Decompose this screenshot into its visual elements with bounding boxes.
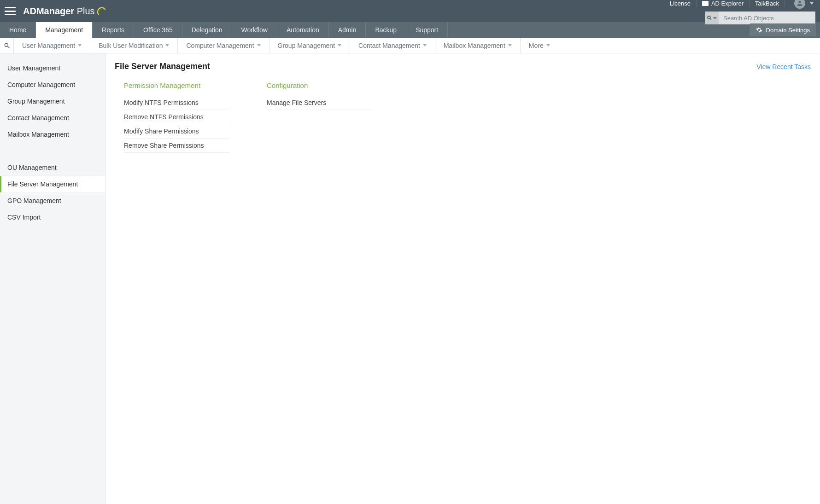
- subnav-mailbox-management[interactable]: Mailbox Management: [435, 38, 521, 53]
- brand-light: Plus: [77, 6, 95, 17]
- sub-nav: User Management Bulk User Modification C…: [0, 38, 820, 53]
- subnav-label: Contact Management: [358, 42, 420, 49]
- subnav-user-management[interactable]: User Management: [14, 38, 90, 53]
- section-title: Permission Management: [124, 81, 230, 89]
- brand-bold: ADManager: [23, 6, 74, 17]
- link-remove-share-permissions[interactable]: Remove Share Permissions: [124, 139, 230, 153]
- subnav-label: User Management: [22, 42, 75, 49]
- subnav-label: Mailbox Management: [444, 42, 505, 49]
- subnav-label: Bulk User Modification: [99, 42, 163, 49]
- nav-tab-workflow[interactable]: Workflow: [232, 22, 277, 38]
- talkback-link[interactable]: TalkBack: [750, 0, 785, 7]
- link-manage-file-servers[interactable]: Manage File Servers: [267, 96, 373, 110]
- chevron-down-icon: [423, 44, 427, 46]
- sidebar-item-computer-management[interactable]: Computer Management: [0, 76, 105, 93]
- search-icon[interactable]: [705, 12, 719, 24]
- domain-settings-button[interactable]: Domain Settings: [750, 23, 816, 36]
- nav-tab-home[interactable]: Home: [0, 22, 36, 38]
- subnav-group-management[interactable]: Group Management: [269, 38, 351, 53]
- subnav-label: Group Management: [278, 42, 335, 49]
- chevron-down-icon: [810, 2, 814, 5]
- section-configuration: Configuration Manage File Servers: [267, 81, 373, 153]
- nav-tab-reports[interactable]: Reports: [93, 22, 134, 38]
- sidebar-item-file-server-management[interactable]: File Server Management: [0, 176, 105, 192]
- main-content: File Server Management View Recent Tasks…: [105, 53, 820, 504]
- ad-explorer-link[interactable]: AD Explorer: [697, 0, 750, 7]
- nav-tab-backup[interactable]: Backup: [366, 22, 406, 38]
- main-nav: Home Management Reports Office 365 Deleg…: [0, 22, 820, 38]
- subnav-contact-management[interactable]: Contact Management: [350, 38, 435, 53]
- nav-tab-admin[interactable]: Admin: [329, 22, 366, 38]
- subnav-search-icon[interactable]: [0, 38, 14, 53]
- header-links: License AD Explorer TalkBack: [664, 0, 815, 9]
- brand-logo: ADManager Plus: [23, 6, 107, 17]
- user-icon: [794, 0, 805, 9]
- chevron-down-icon: [546, 44, 550, 46]
- sidebar-item-gpo-management[interactable]: GPO Management: [0, 192, 105, 209]
- section-permission-management: Permission Management Modify NTFS Permis…: [124, 81, 230, 153]
- svg-line-4: [7, 46, 9, 48]
- sidebar-item-csv-import[interactable]: CSV Import: [0, 209, 105, 226]
- top-header: ADManager Plus License AD Explorer TalkB…: [0, 0, 820, 22]
- subnav-bulk-user-modification[interactable]: Bulk User Modification: [90, 38, 178, 53]
- svg-point-1: [708, 16, 710, 19]
- nav-tab-management[interactable]: Management: [36, 22, 93, 38]
- nav-tab-delegation[interactable]: Delegation: [182, 22, 232, 38]
- logo-arc-icon: [97, 6, 107, 16]
- link-remove-ntfs-permissions[interactable]: Remove NTFS Permissions: [124, 110, 230, 124]
- subnav-label: Computer Management: [186, 42, 254, 49]
- subnav-label: More: [529, 42, 544, 49]
- menu-icon[interactable]: [5, 7, 16, 15]
- domain-settings-label: Domain Settings: [766, 27, 810, 34]
- global-search[interactable]: [705, 12, 815, 24]
- folder-icon: [702, 1, 709, 6]
- sidebar: User Management Computer Management Grou…: [0, 53, 105, 504]
- global-search-input[interactable]: [719, 12, 815, 24]
- svg-point-0: [798, 1, 801, 3]
- nav-tab-automation[interactable]: Automation: [277, 22, 329, 38]
- chevron-down-icon: [78, 44, 82, 46]
- chevron-down-icon: [713, 17, 717, 19]
- page-title: File Server Management: [115, 62, 210, 71]
- link-modify-ntfs-permissions[interactable]: Modify NTFS Permissions: [124, 96, 230, 110]
- chevron-down-icon: [165, 44, 169, 46]
- svg-line-2: [710, 19, 712, 20]
- license-link[interactable]: License: [664, 0, 697, 7]
- nav-tab-office365[interactable]: Office 365: [134, 22, 182, 38]
- chevron-down-icon: [257, 44, 261, 46]
- subnav-more[interactable]: More: [521, 38, 558, 53]
- svg-point-3: [5, 43, 8, 46]
- user-menu[interactable]: [785, 0, 815, 9]
- sidebar-item-ou-management[interactable]: OU Management: [0, 159, 105, 176]
- view-recent-tasks-link[interactable]: View Recent Tasks: [756, 63, 811, 70]
- chevron-down-icon: [338, 44, 341, 46]
- nav-tab-support[interactable]: Support: [406, 22, 448, 38]
- ad-explorer-label: AD Explorer: [711, 0, 744, 7]
- sidebar-item-user-management[interactable]: User Management: [0, 60, 105, 76]
- chevron-down-icon: [508, 44, 512, 46]
- link-modify-share-permissions[interactable]: Modify Share Permissions: [124, 124, 230, 139]
- sidebar-item-group-management[interactable]: Group Management: [0, 93, 105, 110]
- section-title: Configuration: [267, 81, 373, 89]
- sidebar-item-contact-management[interactable]: Contact Management: [0, 110, 105, 126]
- subnav-computer-management[interactable]: Computer Management: [178, 38, 269, 53]
- gear-icon: [756, 27, 762, 33]
- sidebar-item-mailbox-management[interactable]: Mailbox Management: [0, 126, 105, 143]
